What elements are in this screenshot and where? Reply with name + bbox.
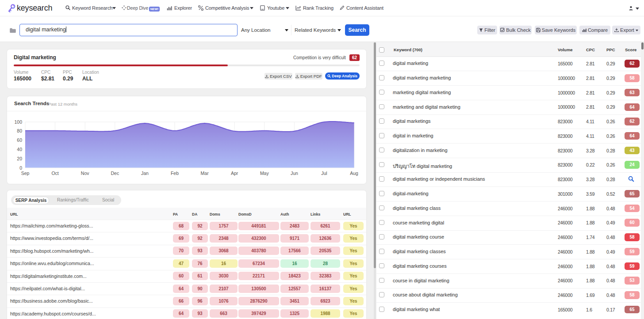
svg-text:Sep: Sep [21,171,30,176]
svg-text:80: 80 [17,128,22,133]
svg-text:Apr: Apr [231,171,238,176]
svg-text:Aug: Aug [350,171,358,176]
svg-text:40: 40 [17,147,22,152]
svg-text:Jan: Jan [141,171,149,176]
svg-text:100: 100 [14,119,22,125]
svg-text:60: 60 [17,137,22,143]
svg-text:Jun: Jun [291,171,298,176]
svg-text:May: May [260,171,269,176]
svg-text:Jul: Jul [321,171,327,176]
svg-text:0: 0 [19,165,22,171]
svg-text:Feb: Feb [171,171,179,176]
svg-text:Mar: Mar [201,171,209,176]
svg-text:Oct: Oct [51,171,58,176]
svg-text:Nov: Nov [81,171,89,176]
svg-text:Dec: Dec [111,171,119,176]
svg-text:20: 20 [17,156,22,161]
